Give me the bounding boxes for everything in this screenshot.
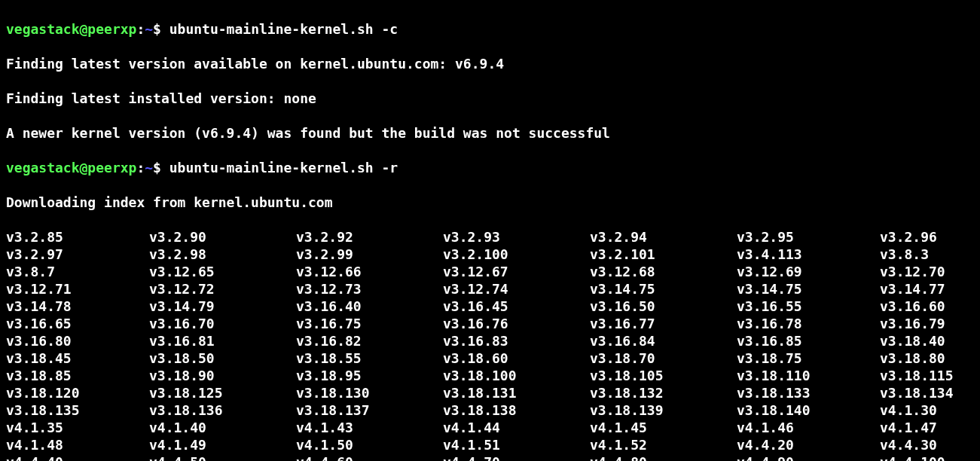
kernel-version: v3.2.85 [6, 228, 149, 246]
kernel-version: v3.16.85 [737, 332, 880, 350]
version-grid: v3.2.85v3.2.90v3.2.92v3.2.93v3.2.94v3.2.… [6, 228, 974, 461]
output-line-3: A newer kernel version (v6.9.4) was foun… [6, 124, 974, 142]
kernel-version: v4.4.100 [880, 453, 974, 461]
kernel-version: v3.16.77 [590, 315, 737, 332]
kernel-version: v3.18.135 [6, 401, 149, 419]
kernel-version: v3.16.65 [6, 315, 149, 332]
kernel-version: v3.18.80 [880, 350, 974, 367]
kernel-version: v3.2.96 [880, 228, 974, 246]
kernel-version: v4.4.20 [737, 436, 880, 453]
kernel-version: v3.18.130 [296, 384, 443, 401]
kernel-version: v3.16.55 [737, 298, 880, 315]
kernel-version: v3.18.60 [443, 350, 590, 367]
kernel-version: v3.2.90 [149, 228, 296, 246]
kernel-version: v3.16.75 [296, 315, 443, 332]
kernel-version: v3.16.80 [6, 332, 149, 350]
kernel-version: v3.16.84 [590, 332, 737, 350]
kernel-version: v3.18.50 [149, 350, 296, 367]
kernel-version: v3.12.70 [880, 263, 974, 280]
kernel-version: v3.2.92 [296, 228, 443, 246]
kernel-version: v3.18.40 [880, 332, 974, 350]
kernel-version: v3.18.70 [590, 350, 737, 367]
kernel-version: v4.1.35 [6, 419, 149, 436]
kernel-version: v3.16.45 [443, 298, 590, 315]
kernel-version: v4.1.46 [737, 419, 880, 436]
kernel-version: v3.18.110 [737, 367, 880, 384]
kernel-version: v3.14.75 [737, 280, 880, 298]
kernel-version: v3.14.79 [149, 298, 296, 315]
kernel-version: v4.1.50 [296, 436, 443, 453]
kernel-version: v3.14.75 [590, 280, 737, 298]
kernel-version: v3.18.138 [443, 401, 590, 419]
kernel-version: v3.18.139 [590, 401, 737, 419]
kernel-version: v3.18.137 [296, 401, 443, 419]
kernel-version: v4.1.45 [590, 419, 737, 436]
kernel-version: v3.18.133 [737, 384, 880, 401]
output-line-2: Finding latest installed version: none [6, 90, 974, 107]
kernel-version: v4.1.52 [590, 436, 737, 453]
kernel-version: v3.18.55 [296, 350, 443, 367]
prompt-colon: : [136, 160, 145, 176]
kernel-version: v3.16.70 [149, 315, 296, 332]
kernel-version: v3.2.98 [149, 246, 296, 263]
kernel-version: v3.16.82 [296, 332, 443, 350]
kernel-version: v3.18.100 [443, 367, 590, 384]
kernel-version: v3.18.75 [737, 350, 880, 367]
kernel-version: v3.14.78 [6, 298, 149, 315]
kernel-version: v3.2.100 [443, 246, 590, 263]
kernel-version: v3.18.105 [590, 367, 737, 384]
kernel-version: v3.16.76 [443, 315, 590, 332]
kernel-version: v3.16.79 [880, 315, 974, 332]
kernel-version: v3.16.40 [296, 298, 443, 315]
kernel-version: v3.2.97 [6, 246, 149, 263]
kernel-version: v3.18.45 [6, 350, 149, 367]
kernel-version: v3.18.136 [149, 401, 296, 419]
kernel-version: v3.16.78 [737, 315, 880, 332]
kernel-version: v3.18.131 [443, 384, 590, 401]
kernel-version: v4.1.49 [149, 436, 296, 453]
prompt-dollar: $ [153, 21, 169, 37]
prompt-dollar: $ [153, 160, 169, 176]
kernel-version: v3.18.85 [6, 367, 149, 384]
kernel-version: v3.18.95 [296, 367, 443, 384]
kernel-version: v3.8.7 [6, 263, 149, 280]
kernel-version: v3.16.60 [880, 298, 974, 315]
prompt-line-1: vegastack@peerxp:~$ ubuntu-mainline-kern… [6, 20, 974, 38]
kernel-version: v3.18.125 [149, 384, 296, 401]
kernel-version: v3.18.120 [6, 384, 149, 401]
kernel-version: v3.16.50 [590, 298, 737, 315]
prompt-line-2: vegastack@peerxp:~$ ubuntu-mainline-kern… [6, 159, 974, 176]
kernel-version: v3.14.77 [880, 280, 974, 298]
kernel-version: v3.12.72 [149, 280, 296, 298]
kernel-version: v3.2.95 [737, 228, 880, 246]
terminal[interactable]: vegastack@peerxp:~$ ubuntu-mainline-kern… [0, 0, 980, 461]
kernel-version: v3.12.68 [590, 263, 737, 280]
kernel-version: v4.1.43 [296, 419, 443, 436]
kernel-version: v3.12.66 [296, 263, 443, 280]
kernel-version: v4.4.40 [6, 453, 149, 461]
kernel-version: v3.18.134 [880, 384, 974, 401]
kernel-version: v4.4.70 [443, 453, 590, 461]
prompt-userhost: vegastack@peerxp [6, 160, 136, 176]
prompt-path: ~ [145, 160, 153, 176]
kernel-version: v3.12.74 [443, 280, 590, 298]
kernel-version: v4.4.30 [880, 436, 974, 453]
kernel-version: v3.2.93 [443, 228, 590, 246]
kernel-version: v3.18.140 [737, 401, 880, 419]
kernel-version: v4.1.44 [443, 419, 590, 436]
kernel-version: v3.12.65 [149, 263, 296, 280]
kernel-version: v3.2.94 [590, 228, 737, 246]
kernel-version: v4.1.48 [6, 436, 149, 453]
kernel-version: v3.16.83 [443, 332, 590, 350]
kernel-version: v3.12.67 [443, 263, 590, 280]
kernel-version: v3.8.3 [880, 246, 974, 263]
kernel-version: v3.2.99 [296, 246, 443, 263]
kernel-version: v3.4.113 [737, 246, 880, 263]
kernel-version: v3.12.71 [6, 280, 149, 298]
output-line-1: Finding latest version available on kern… [6, 55, 974, 72]
kernel-version: v3.18.90 [149, 367, 296, 384]
kernel-version: v4.1.51 [443, 436, 590, 453]
kernel-version: v4.1.40 [149, 419, 296, 436]
kernel-version: v3.16.81 [149, 332, 296, 350]
kernel-version: v3.12.73 [296, 280, 443, 298]
